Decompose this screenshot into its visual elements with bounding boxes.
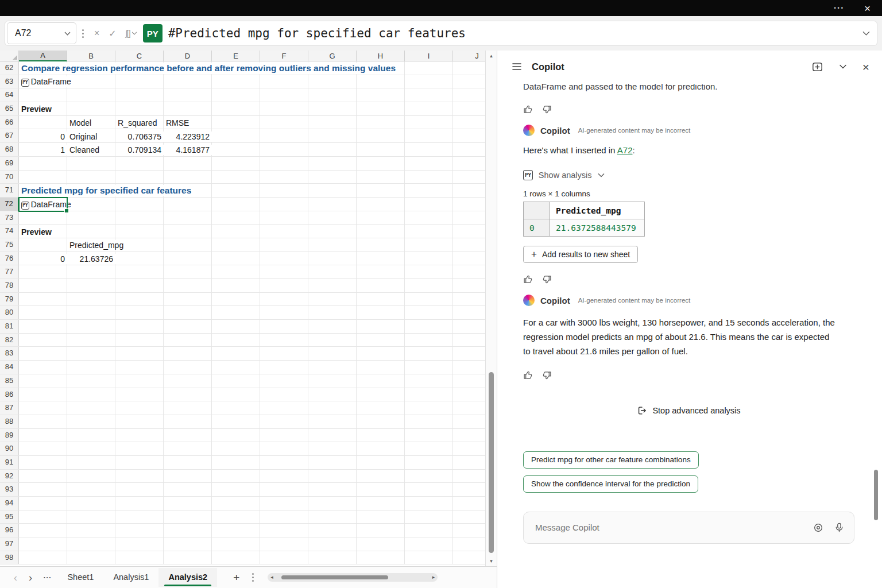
window-close-icon[interactable]: × [864,3,871,14]
cell-F95[interactable] [260,510,308,524]
cell-I98[interactable] [405,551,453,564]
cancel-entry-icon[interactable]: × [94,28,99,38]
cell-E66[interactable] [212,116,260,129]
row-header-62[interactable]: 62 [0,61,19,75]
insert-function-chevron-icon[interactable] [131,32,137,35]
cell-C95[interactable] [115,510,164,524]
cell-A69[interactable] [19,157,67,170]
cell-F98[interactable] [260,551,308,564]
cell-C63[interactable] [115,75,164,88]
row-header-92[interactable]: 92 [0,470,19,483]
row-header-98[interactable]: 98 [0,551,19,564]
cell-C93[interactable] [115,483,164,496]
cell-H96[interactable] [357,524,405,537]
cell-H83[interactable] [357,347,405,360]
cell-B83[interactable] [67,347,115,360]
cell-F77[interactable] [260,265,308,278]
cell-F85[interactable] [260,374,308,388]
column-header-G[interactable]: G [308,51,357,61]
cell-C88[interactable] [115,415,164,428]
cell-E84[interactable] [212,361,260,374]
cell-B95[interactable] [67,510,115,524]
row-header-83[interactable]: 83 [0,347,19,360]
row-header-87[interactable]: 87 [0,401,19,415]
cell-I81[interactable] [405,320,453,333]
cell-C77[interactable] [115,265,164,278]
cell-C65[interactable] [115,102,164,115]
row-header-64[interactable]: 64 [0,88,19,102]
cell-F96[interactable] [260,524,308,537]
cell-D96[interactable] [164,524,212,537]
cell-B68[interactable]: Cleaned [67,143,115,156]
cell-J95[interactable] [453,510,485,524]
column-header-F[interactable]: F [260,51,308,61]
cell-G90[interactable] [308,442,357,455]
cell-B78[interactable] [67,279,115,292]
cell-E65[interactable] [212,102,260,115]
cell-I68[interactable] [405,143,453,156]
cell-G84[interactable] [308,361,357,374]
cell-C79[interactable] [115,293,164,306]
thumbs-down-icon[interactable] [542,105,552,114]
cell-A87[interactable] [19,401,67,415]
cell-G93[interactable] [308,483,357,496]
thumbs-up-icon[interactable] [523,105,533,114]
cell-A89[interactable] [19,429,67,442]
cell-A81[interactable] [19,320,67,333]
cell-E83[interactable] [212,347,260,360]
scroll-left-icon[interactable]: ◂ [270,575,273,580]
cell-D69[interactable] [164,157,212,170]
cell-C83[interactable] [115,347,164,360]
cell-A71[interactable]: Predicted mpg for specified car features [19,184,67,197]
cell-F81[interactable] [260,320,308,333]
cell-D72[interactable] [164,198,212,211]
confirm-entry-icon[interactable]: ✓ [109,28,116,39]
cell-G67[interactable] [308,129,357,142]
cell-G76[interactable] [308,252,357,265]
expand-formula-bar-icon[interactable] [862,31,870,36]
cell-J89[interactable] [453,429,485,442]
cell-J85[interactable] [453,374,485,388]
cell-B63[interactable] [67,75,115,88]
cell-G64[interactable] [308,88,357,102]
formula-options-dots-icon[interactable] [82,29,84,38]
cell-F94[interactable] [260,497,308,510]
cell-I71[interactable] [405,184,453,197]
cell-G72[interactable] [308,198,357,211]
cell-D74[interactable] [164,225,212,238]
cell-G62[interactable] [308,61,357,75]
cell-E90[interactable] [212,442,260,455]
show-analysis-toggle[interactable]: PY Show analysis [523,170,854,180]
cell-I72[interactable] [405,198,453,211]
cell-I85[interactable] [405,374,453,388]
cell-E63[interactable] [212,75,260,88]
message-input[interactable] [535,523,803,532]
row-header-69[interactable]: 69 [0,157,19,170]
cell-D68[interactable]: 4.161877 [164,143,212,156]
cell-G70[interactable] [308,171,357,184]
cell-E73[interactable] [212,211,260,225]
cell-D78[interactable] [164,279,212,292]
window-more-options-icon[interactable]: ••• [834,5,844,11]
cell-E64[interactable] [212,88,260,102]
cell-G91[interactable] [308,456,357,469]
cell-A64[interactable] [19,88,67,102]
cell-A68[interactable]: 1 [19,143,67,156]
cell-G83[interactable] [308,347,357,360]
cell-H90[interactable] [357,442,405,455]
cell-J96[interactable] [453,524,485,537]
cell-F76[interactable] [260,252,308,265]
cell-B90[interactable] [67,442,115,455]
cell-A79[interactable] [19,293,67,306]
cell-F66[interactable] [260,116,308,129]
cell-I76[interactable] [405,252,453,265]
cell-I62[interactable] [405,61,453,75]
cell-C80[interactable] [115,306,164,319]
row-header-89[interactable]: 89 [0,429,19,442]
cell-D83[interactable] [164,347,212,360]
cell-A83[interactable] [19,347,67,360]
cell-B70[interactable] [67,171,115,184]
cell-E76[interactable] [212,252,260,265]
cell-A92[interactable] [19,470,67,483]
cell-F68[interactable] [260,143,308,156]
